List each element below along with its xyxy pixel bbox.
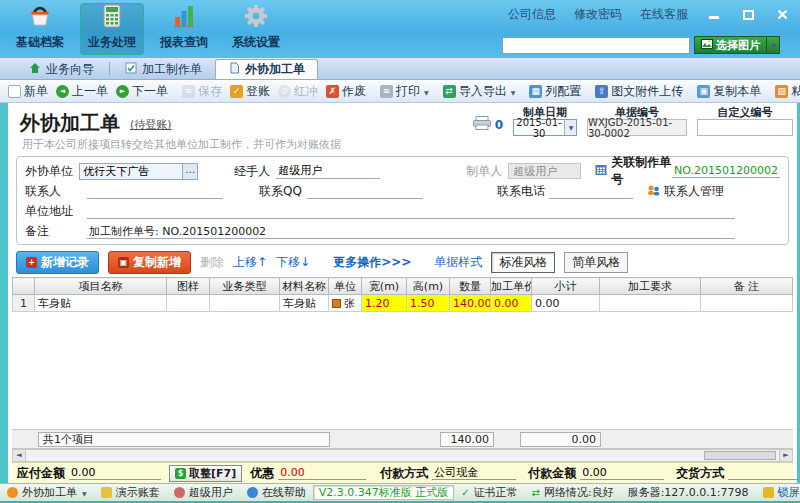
column-header[interactable]: 业务类型 xyxy=(210,278,280,295)
payable-amount-input[interactable] xyxy=(69,466,161,480)
phone-input[interactable] xyxy=(549,184,633,199)
online-service-link[interactable]: 在线客服 xyxy=(640,6,688,23)
scroll-right-arrow[interactable] xyxy=(779,450,792,461)
statusbar-online-help[interactable]: 在线帮助 xyxy=(247,485,306,500)
contact-management-link[interactable]: 联系人管理 xyxy=(647,183,724,200)
delete-row-link[interactable]: 删除 xyxy=(200,254,224,271)
statusbar-current-user[interactable]: 超级用户 xyxy=(174,485,233,500)
tab-business-wizard[interactable]: 业务向导 xyxy=(16,59,107,79)
processing-requirements-cell[interactable] xyxy=(600,295,701,312)
minimize-button[interactable] xyxy=(706,8,722,22)
previous-order-button[interactable]: 上一单 xyxy=(53,81,111,102)
column-header[interactable]: 图样 xyxy=(167,278,210,295)
address-input[interactable] xyxy=(87,204,735,219)
column-header[interactable]: 加工单价 xyxy=(491,278,532,295)
column-header[interactable]: 备 注 xyxy=(701,278,793,295)
height-cell[interactable]: 1.50 xyxy=(407,295,450,312)
register-account-button[interactable]: 登账 xyxy=(227,81,273,102)
import-export-button[interactable]: 导入导出 xyxy=(440,81,519,102)
menu-business-process[interactable]: 业务处理 xyxy=(80,3,144,55)
scrollbar-thumb[interactable] xyxy=(704,451,776,460)
menu-report-query[interactable]: 报表查询 xyxy=(152,3,216,55)
remarks-cell[interactable] xyxy=(701,295,793,312)
copy-order-button[interactable]: 复制本单 xyxy=(694,81,764,102)
save-button[interactable]: 保存 xyxy=(179,81,225,102)
tabbar: 业务向导 加工制作单 外协加工单 xyxy=(0,58,800,80)
round-off-button[interactable]: $ 取整[F7] xyxy=(169,465,242,482)
width-cell[interactable]: 1.20 xyxy=(362,295,407,312)
void-button[interactable]: 作废 xyxy=(323,81,369,102)
paste-screenshot-button[interactable]: 粘贴截图 xyxy=(772,81,800,102)
tab-outsource-order[interactable]: 外协加工单 xyxy=(215,59,318,79)
statusbar-account-set[interactable]: 演示账套 xyxy=(101,485,160,500)
new-order-button[interactable]: 新单 xyxy=(5,81,51,102)
change-password-link[interactable]: 修改密码 xyxy=(574,6,622,23)
contacts-icon xyxy=(647,184,660,199)
select-image-dropdown[interactable] xyxy=(767,36,780,54)
column-header[interactable]: 高(m) xyxy=(407,278,450,295)
business-type-cell[interactable] xyxy=(210,295,280,312)
column-header[interactable]: 小计 xyxy=(532,278,600,295)
close-button[interactable] xyxy=(774,8,790,22)
table-row[interactable]: 1 车身贴 车身贴 张 1.20 1.50 140.00 0.00 0.00 xyxy=(13,295,793,312)
more-operations-link[interactable]: 更多操作>>> xyxy=(333,254,411,271)
discount-input[interactable] xyxy=(278,466,366,480)
import-export-icon xyxy=(443,85,456,98)
horizontal-scrollbar[interactable] xyxy=(12,449,793,462)
select-image-button[interactable]: 选择图片 xyxy=(694,36,767,54)
vendor-input[interactable] xyxy=(80,165,182,178)
menu-system-settings[interactable]: 系统设置 xyxy=(224,3,288,55)
payment-method-input[interactable] xyxy=(432,466,516,480)
print-button[interactable]: 打印 xyxy=(377,81,432,102)
tab-processing-order[interactable]: 加工制作单 xyxy=(112,59,215,79)
project-name-cell[interactable]: 车身贴 xyxy=(35,295,167,312)
handler-label: 经手人 xyxy=(234,163,276,180)
handler-input[interactable] xyxy=(276,164,380,179)
simple-style-button[interactable]: 简单风格 xyxy=(564,252,628,273)
drawing-cell[interactable] xyxy=(167,295,210,312)
column-header[interactable]: 项目名称 xyxy=(35,278,167,295)
column-header[interactable]: 数量 xyxy=(450,278,491,295)
contact-input[interactable] xyxy=(87,184,223,199)
custom-number-input[interactable] xyxy=(697,119,793,136)
payment-amount-label: 付款金额 xyxy=(528,465,576,482)
qq-input[interactable] xyxy=(307,184,423,199)
delivery-method-input[interactable] xyxy=(728,466,800,480)
qq-label: 联系QQ xyxy=(259,183,307,200)
standard-style-button[interactable]: 标准风格 xyxy=(491,252,555,273)
subtotal-cell[interactable]: 0.00 xyxy=(532,295,600,312)
unit-cell[interactable]: 张 xyxy=(329,295,362,312)
order-date-input[interactable]: 2015-01-30 xyxy=(513,119,577,136)
vendor-lookup-button[interactable]: … xyxy=(182,164,197,179)
button-label: 导入导出 xyxy=(459,83,507,100)
status-badge[interactable]: (待登账) xyxy=(130,117,172,132)
column-header[interactable]: 宽(m) xyxy=(362,278,407,295)
company-info-link[interactable]: 公司信息 xyxy=(508,6,556,23)
next-order-button[interactable]: 下一单 xyxy=(113,81,171,102)
column-header[interactable]: 单位 xyxy=(329,278,362,295)
scroll-left-arrow[interactable] xyxy=(13,450,26,461)
move-up-link[interactable]: 上移↑ xyxy=(233,254,267,271)
image-path-input[interactable] xyxy=(502,37,690,54)
column-config-button[interactable]: 列配置 xyxy=(526,81,584,102)
move-down-link[interactable]: 下移↓ xyxy=(276,254,310,271)
menu-basic-files[interactable]: 基础档案 xyxy=(8,3,72,55)
printer-icon[interactable] xyxy=(473,116,491,133)
date-dropdown-arrow[interactable] xyxy=(564,120,576,135)
remark-value[interactable]: 加工制作单号: NO.201501200002 xyxy=(87,224,735,239)
statusbar-order-type[interactable]: 外协加工单 xyxy=(7,485,87,500)
maximize-button[interactable] xyxy=(740,8,756,22)
payment-amount-input[interactable] xyxy=(580,466,664,480)
column-header[interactable]: 材料名称 xyxy=(280,278,329,295)
red-reverse-button[interactable]: 红冲 xyxy=(275,81,321,102)
copy-add-button[interactable]: 复制新增 xyxy=(108,251,191,274)
related-order-number-link[interactable]: NO.201501200002 xyxy=(672,164,780,178)
material-name-cell[interactable]: 车身贴 xyxy=(280,295,329,312)
add-record-button[interactable]: 新增记录 xyxy=(16,251,99,274)
summary-row: 共1个项目 140.00 0.00 xyxy=(12,429,793,449)
attachment-upload-button[interactable]: 图文附件上传 xyxy=(592,81,686,102)
column-header[interactable]: 加工要求 xyxy=(600,278,701,295)
unit-price-cell[interactable]: 0.00 xyxy=(491,295,532,312)
lock-screen-button[interactable]: 锁屏 xyxy=(763,485,800,500)
quantity-cell[interactable]: 140.00 xyxy=(450,295,491,312)
